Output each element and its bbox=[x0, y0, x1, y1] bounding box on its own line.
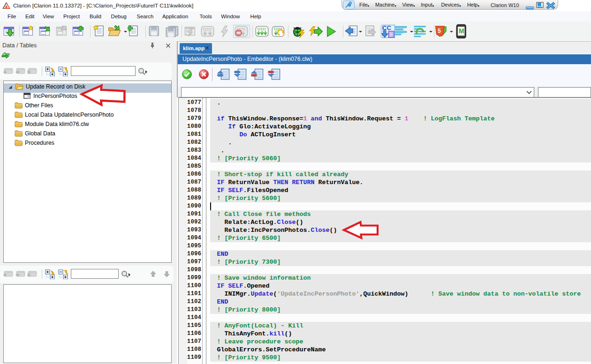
svg-text:M: M bbox=[459, 28, 464, 35]
svg-text:5: 5 bbox=[438, 28, 441, 34]
